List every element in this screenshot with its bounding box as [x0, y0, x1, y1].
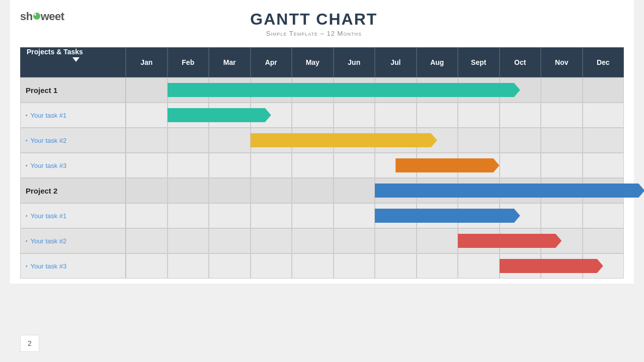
month-cell: [583, 153, 624, 178]
month-cell: [417, 103, 458, 128]
month-cell: [168, 153, 209, 178]
month-cell: [334, 178, 375, 203]
month-cell: [458, 178, 500, 203]
task-label: Your task #2: [31, 137, 67, 144]
project-name-cell: Project 2: [20, 178, 126, 203]
gantt-rows: Project 1•Your task #1•Your task #2•Your…: [20, 77, 624, 279]
month-cell: [168, 253, 209, 279]
month-cell: [541, 77, 583, 103]
project-row: Project 2: [20, 178, 624, 203]
bullet-icon: •: [26, 263, 28, 269]
month-cell: [458, 153, 500, 178]
task-row: •Your task #2: [20, 128, 624, 153]
month-cell: [375, 77, 417, 103]
task-row: •Your task #3: [20, 253, 624, 279]
month-cell: [126, 128, 168, 153]
bullet-icon: •: [26, 163, 28, 168]
month-cell: [500, 153, 541, 178]
title-block: Gantt Chart Simple Template – 12 Months: [64, 10, 564, 37]
gantt-header: Projects & Tasks JanFebMarAprMayJunJulAu…: [20, 47, 624, 77]
month-cell: [292, 228, 334, 253]
month-cell: [334, 103, 375, 128]
month-cell: [334, 128, 375, 153]
sort-icon: [72, 57, 79, 62]
month-cell: [375, 228, 417, 253]
month-cell: [292, 203, 334, 228]
month-cell: [126, 178, 168, 203]
month-cell: [500, 103, 541, 128]
month-cell: [583, 228, 624, 253]
gantt-wrapper: Projects & Tasks JanFebMarAprMayJunJulAu…: [10, 47, 634, 279]
project-name-cell: Project 1: [20, 77, 126, 103]
month-cell: [417, 228, 458, 253]
month-cell: [251, 153, 292, 178]
month-cell: [292, 128, 334, 153]
month-cell: [541, 203, 583, 228]
month-cell: [209, 253, 251, 279]
month-cell: [126, 77, 168, 103]
month-cell: [500, 253, 541, 279]
header: shweet Gantt Chart Simple Template – 12 …: [10, 10, 634, 47]
task-label: Your task #1: [31, 212, 67, 220]
month-cell: [541, 253, 583, 279]
task-label: Your task #3: [31, 162, 67, 169]
page-number: 2: [20, 335, 39, 352]
month-cell: [168, 77, 209, 103]
month-cell: [417, 153, 458, 178]
month-cell: [126, 253, 168, 279]
task-name-cell: •Your task #3: [20, 153, 126, 178]
month-cell: [334, 253, 375, 279]
month-cell: [541, 153, 583, 178]
month-cell: [168, 228, 209, 253]
month-cell: [375, 128, 417, 153]
project-label: Project 1: [26, 86, 57, 95]
month-cell: [458, 77, 500, 103]
month-cell: [500, 128, 541, 153]
logo-dot-icon: [33, 13, 40, 20]
month-cell: [583, 203, 624, 228]
col-header-apr: Apr: [251, 47, 292, 77]
month-cell: [458, 203, 500, 228]
task-name-cell: •Your task #2: [20, 128, 126, 153]
month-cell: [209, 178, 251, 203]
page: shweet Gantt Chart Simple Template – 12 …: [10, 0, 634, 284]
month-cell: [251, 178, 292, 203]
task-row: •Your task #3: [20, 153, 624, 178]
task-row: •Your task #1: [20, 203, 624, 228]
month-cell: [209, 128, 251, 153]
logo-text-weet: weet: [41, 10, 64, 23]
bullet-icon: •: [26, 238, 28, 244]
month-cell: [417, 253, 458, 279]
month-cell: [458, 253, 500, 279]
month-cell: [583, 103, 624, 128]
month-cell: [417, 77, 458, 103]
month-cell: [251, 203, 292, 228]
col-header-sept: Sept: [458, 47, 500, 77]
month-cell: [292, 103, 334, 128]
task-name-cell: •Your task #2: [20, 228, 126, 253]
month-cell: [292, 77, 334, 103]
month-cell: [168, 128, 209, 153]
month-cell: [334, 77, 375, 103]
month-cell: [458, 103, 500, 128]
month-cell: [500, 77, 541, 103]
col-header-tasks-label: Projects & Tasks: [27, 48, 83, 56]
month-cell: [168, 103, 209, 128]
col-header-may: May: [292, 47, 334, 77]
month-cell: [209, 153, 251, 178]
gantt-container: Projects & Tasks JanFebMarAprMayJunJulAu…: [20, 47, 624, 279]
logo: shweet: [20, 10, 64, 23]
project-label: Project 2: [26, 187, 57, 195]
month-cell: [209, 203, 251, 228]
month-cell: [417, 128, 458, 153]
project-row: Project 1: [20, 77, 624, 103]
month-cell: [126, 103, 168, 128]
month-cell: [417, 178, 458, 203]
month-cell: [458, 228, 500, 253]
task-name-cell: •Your task #1: [20, 103, 126, 128]
month-cell: [251, 253, 292, 279]
month-cell: [126, 153, 168, 178]
month-cell: [251, 77, 292, 103]
task-label: Your task #3: [31, 262, 67, 270]
col-header-mar: Mar: [209, 47, 251, 77]
